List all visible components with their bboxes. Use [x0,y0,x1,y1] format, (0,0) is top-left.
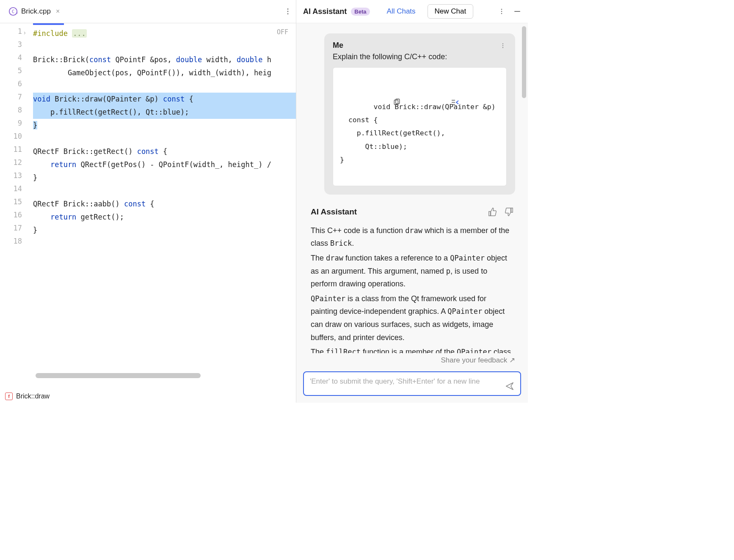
code-text: return [33,160,76,169]
assistant-text: This C++ code is a function draw which i… [311,224,513,353]
code-snippet: void Brick::draw(QPainter &p) const { p.… [333,67,507,186]
user-label: Me [333,41,507,50]
code-text: h [263,55,271,64]
line-number: 18 [0,237,33,250]
beta-badge: Beta [351,8,370,16]
code-text: QRectF(getPos() - QPointF(width_, height… [76,160,271,169]
code-text: double [237,55,262,64]
code-text: Brick::draw(QPainter &p) [50,95,163,103]
user-message: Me Explain the following C/C++ code: voi… [324,33,515,195]
code-text: double [176,55,202,64]
thumbs-up-icon[interactable] [488,207,497,217]
code-text: QRectF Brick::aabb() [33,200,124,208]
line-number: 6 [0,80,33,93]
kebab-icon[interactable] [498,8,505,15]
fold-placeholder[interactable]: ... [72,29,87,38]
code-area[interactable]: OFF #include ... Brick::Brick(const QPoi… [33,23,296,390]
code-text: void [33,95,50,103]
insert-icon[interactable] [451,72,501,132]
code-text: { [146,200,154,208]
send-icon[interactable] [505,382,514,391]
svg-point-6 [501,9,502,10]
tab-overflow-icon[interactable] [284,8,292,15]
copy-icon[interactable] [393,72,443,132]
code-text: getRect(); [76,213,124,221]
code-text: const [163,95,185,103]
assistant-header: AI Assistant Beta All Chats New Chat [296,0,528,23]
user-text: Explain the following C/C++ code: [333,52,507,61]
new-chat-button[interactable]: New Chat [428,4,474,19]
svg-point-4 [287,11,289,12]
assistant-message: AI Assistant This C++ code is a function… [309,207,515,353]
breadcrumb-bar: f Brick::draw [0,390,296,403]
code-text: GameObject(pos, QPointF()), width_(width… [33,69,271,77]
input-placeholder: 'Enter' to submit the query, 'Shift+Ente… [310,377,480,385]
line-number: 3 [0,40,33,53]
message-menu-icon[interactable] [500,43,506,49]
code-text: QRectF Brick::getRect() [33,147,137,156]
line-number: 9 [0,119,33,132]
svg-point-12 [502,47,503,48]
svg-point-11 [502,45,503,46]
input-row: 'Enter' to submit the query, 'Shift+Ente… [296,368,528,403]
chat-input[interactable]: 'Enter' to submit the query, 'Shift+Ente… [303,371,521,396]
line-number: 13 [0,171,33,184]
code-text: width, [202,55,237,64]
close-icon[interactable]: × [56,8,60,15]
code-text: const [89,55,111,64]
line-number: 11 [0,145,33,158]
line-number: 17 [0,224,33,237]
code-text: QPointF &pos, [111,55,176,64]
tab-label: Brick.cpp [21,7,51,16]
code-text: } [33,121,37,129]
tab-bar: C+ Brick.cpp × [0,0,296,23]
cpp-file-icon: C+ [8,7,18,16]
line-number: 5 [0,66,33,80]
svg-point-5 [287,13,289,14]
editor-tab-brick[interactable]: C+ Brick.cpp × [4,5,64,18]
function-icon: f [5,393,13,400]
code-text: } [33,173,37,182]
svg-point-7 [501,11,502,12]
breadcrumb[interactable]: Brick::draw [16,393,50,400]
chat-scroll[interactable]: Me Explain the following C/C++ code: voi… [296,23,528,353]
line-number: 16 [0,211,33,224]
fold-arrow-icon[interactable]: › [24,29,26,36]
line-number: 14 [0,184,33,198]
code-text: p.fillRect(getRect(), Qt::blue); [33,108,189,116]
assistant-pane: AI Assistant Beta All Chats New Chat Me … [296,0,528,403]
line-number: 8 [0,106,33,119]
assistant-title: AI Assistant [303,7,347,16]
thumbs-down-icon[interactable] [504,207,513,217]
code-text: { [185,95,193,103]
editor-pane: C+ Brick.cpp × › 1 3 4 5 6 7 8 9 10 11 1… [0,0,296,403]
vertical-scrollbar[interactable] [522,26,526,98]
svg-text:C: C [12,9,15,14]
all-chats-link[interactable]: All Chats [387,7,416,16]
code-text: } [33,226,37,234]
minimize-icon[interactable] [513,8,521,15]
svg-point-10 [502,44,503,44]
line-number: 12 [0,158,33,171]
line-number: 4 [0,53,33,66]
feedback-link[interactable]: Share your feedback ↗ [296,353,528,368]
code-text: return [33,213,76,221]
svg-text:+: + [16,11,18,15]
svg-point-3 [287,8,289,10]
svg-point-8 [501,13,502,14]
inspections-off-badge[interactable]: OFF [277,28,288,36]
line-number: 10 [0,132,33,145]
code-text: #include [33,29,72,38]
code-text: const [137,147,159,156]
line-number: 1 [0,27,33,40]
assistant-label: AI Assistant [311,207,357,217]
code-text: const [124,200,146,208]
line-number: 15 [0,198,33,211]
editor-body: › 1 3 4 5 6 7 8 9 10 11 12 13 14 15 16 1… [0,23,296,390]
code-text: { [159,147,167,156]
code-text: Brick::Brick( [33,55,89,64]
horizontal-scrollbar[interactable] [36,373,201,378]
gutter: 1 3 4 5 6 7 8 9 10 11 12 13 14 15 16 17 … [0,23,33,390]
line-number: 7 [0,93,33,106]
